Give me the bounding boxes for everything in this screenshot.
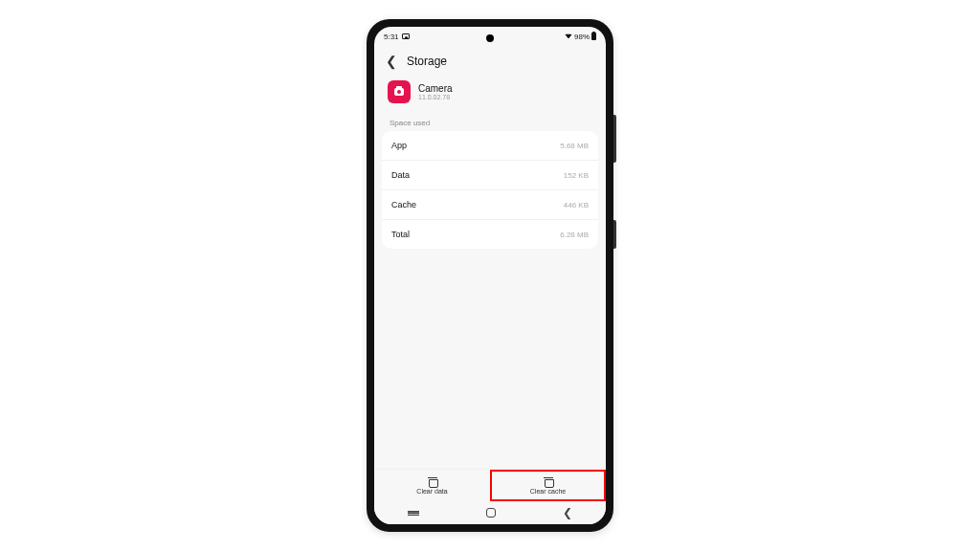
- page-title: Storage: [407, 55, 447, 68]
- row-value: 446 KB: [564, 201, 589, 209]
- bottom-actions: Clear data Clear cache: [374, 469, 606, 501]
- power-button: [613, 220, 616, 249]
- clear-cache-label: Clear cache: [530, 488, 566, 495]
- page-header: ❮ Storage: [374, 46, 606, 78]
- row-label: App: [391, 141, 407, 150]
- app-text: Camera 11.0.02.78: [418, 83, 453, 100]
- status-time: 5:31: [384, 33, 399, 41]
- row-label: Cache: [391, 200, 416, 209]
- app-version: 11.0.02.78: [418, 94, 453, 100]
- battery-percent: 98%: [574, 33, 590, 41]
- status-right: 98%: [565, 33, 596, 41]
- camera-icon: [394, 88, 404, 96]
- nav-back-icon[interactable]: ❮: [563, 506, 572, 519]
- camera-indicator-icon: [402, 33, 410, 39]
- row-value: 6.28 MB: [560, 231, 589, 239]
- camera-hole: [486, 34, 494, 42]
- volume-button: [613, 115, 616, 163]
- row-data: Data 152 KB: [382, 161, 598, 190]
- clear-data-label: Clear data: [416, 488, 447, 495]
- status-left: 5:31: [384, 33, 410, 41]
- nav-bar: ❮: [374, 501, 606, 524]
- nav-recent-icon[interactable]: [408, 511, 419, 516]
- trash-icon: [428, 476, 437, 486]
- storage-card: App 5.68 MB Data 152 KB Cache 446 KB Tot…: [382, 131, 598, 249]
- nav-home-icon[interactable]: [486, 508, 496, 518]
- row-cache: Cache 446 KB: [382, 190, 598, 220]
- row-app: App 5.68 MB: [382, 131, 598, 161]
- row-value: 152 KB: [564, 171, 589, 180]
- row-total: Total 6.28 MB: [382, 220, 598, 249]
- phone-frame: 5:31 98% ❮ Storage Camera 11.0.02.78 Spa…: [367, 19, 613, 532]
- battery-icon: [591, 33, 596, 40]
- wifi-icon: [565, 34, 572, 39]
- back-icon[interactable]: ❮: [386, 54, 397, 69]
- row-value: 5.68 MB: [560, 142, 589, 150]
- app-icon: [388, 80, 411, 103]
- row-label: Total: [391, 230, 410, 239]
- spacer: [374, 249, 606, 469]
- section-label: Space used: [374, 115, 606, 131]
- trash-icon: [544, 476, 553, 486]
- app-info: Camera 11.0.02.78: [374, 78, 606, 115]
- row-label: Data: [391, 170, 410, 180]
- app-name: Camera: [418, 83, 453, 94]
- screen: 5:31 98% ❮ Storage Camera 11.0.02.78 Spa…: [374, 27, 606, 524]
- clear-cache-button[interactable]: Clear cache: [490, 470, 606, 501]
- clear-data-button[interactable]: Clear data: [374, 470, 490, 501]
